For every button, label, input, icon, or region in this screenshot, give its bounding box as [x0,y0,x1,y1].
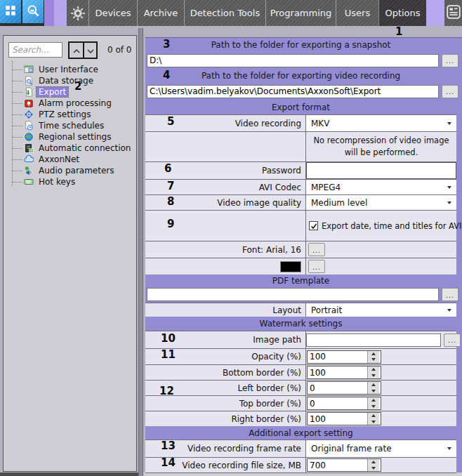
video-path-header: Path to the folder for exporting video r… [145,69,456,83]
magnifier-icon [26,4,40,20]
sidebar-item-automatic-connection[interactable]: Automatic connection [4,143,136,154]
bottom-border-input[interactable] [308,366,367,378]
tree-stub [12,182,22,183]
data-storage-icon [23,76,34,86]
font-select-button[interactable]: ... [308,243,325,256]
empty-label-cell [145,132,306,161]
image-path-browse-button[interactable]: ... [444,333,461,347]
search-prev-button[interactable] [70,43,83,58]
callout-10: 10 [161,332,176,345]
sidebar-item-ptz-settings[interactable]: PTZ settings [4,109,136,120]
tree-stub [12,171,22,171]
search-nav-buttons [68,41,98,59]
search-input[interactable] [8,42,62,58]
video-browse-button[interactable]: ... [442,85,458,98]
sidebar-item-regional-settings[interactable]: Regional settings [4,131,136,143]
font-color-button[interactable]: ... [308,260,325,273]
export-titles-checkbox[interactable] [309,221,318,230]
settings-sidebar: 0 of 0 User Interface Data storage Expor… [3,35,137,472]
tree-stub [12,81,22,81]
tab-options[interactable]: Options [378,0,426,26]
sidebar-item-axxonnet[interactable]: AxxonNet [4,154,136,165]
tree-stub [12,159,22,160]
file-size-stepper [307,458,381,472]
right-border-row: Right border (%) [145,411,456,426]
accent-strip-right [426,0,444,26]
image-path-cell: ... [306,331,456,348]
pdf-browse-button[interactable]: ... [442,288,458,301]
opacity-input[interactable] [308,351,367,363]
chevron-down-icon [447,309,451,312]
opacity-stepper [307,350,381,364]
image-path-input[interactable] [306,333,441,347]
avi-codec-select[interactable]: MPEG4 [306,180,456,194]
callout-1: 1 [395,25,402,38]
video-quality-row: Video image quality Medium level [145,194,456,210]
main-menu-bar: Devices Archive Detection Tools Programm… [67,0,462,26]
pdf-template-input[interactable] [147,288,439,301]
right-border-spin-buttons[interactable] [367,413,379,425]
layout-select[interactable]: Portrait [306,303,456,317]
snapshot-path-input[interactable] [147,54,439,67]
frame-rate-select[interactable]: Original frame rate [306,440,456,457]
tab-devices[interactable]: Devices [88,0,137,26]
video-quality-select[interactable]: Medium level [306,195,456,210]
accent-strip-dark [44,0,54,26]
tab-detection-tools[interactable]: Detection Tools [184,0,265,26]
opacity-spin-buttons[interactable] [367,351,379,363]
report-panel-button[interactable] [444,0,462,26]
top-border-input[interactable] [308,397,367,409]
bottom-border-row: Bottom border (%) [145,364,456,380]
layouts-button[interactable] [0,0,21,23]
frame-rate-value: Original frame rate [311,444,392,454]
file-size-spin-buttons[interactable] [367,459,379,471]
video-recording-select[interactable]: MKV [306,115,456,131]
tree-stub [12,148,22,149]
tab-archive[interactable]: Archive [137,0,184,26]
tree-stub [12,70,22,70]
sidebar-item-user-interface[interactable]: User Interface [4,64,136,75]
password-input[interactable] [306,162,456,179]
search-camera-button[interactable] [22,0,44,23]
grid-layout-icon [4,4,17,20]
video-path-input[interactable] [147,85,439,98]
sidebar-item-time-schedules[interactable]: Time schedules [4,120,136,131]
sidebar-item-label: PTZ settings [37,110,93,119]
bottom-border-cell [306,365,456,380]
tree-stub [12,137,22,138]
hot-keys-icon [23,177,34,187]
sidebar-splitter[interactable] [138,28,143,476]
left-border-stepper [307,381,381,395]
bottom-border-stepper [307,366,381,379]
bottom-border-spin-buttons[interactable] [367,366,379,378]
tree-stub [12,92,22,93]
right-border-input[interactable] [308,413,367,425]
opacity-cell [306,349,456,364]
top-border-spin-buttons[interactable] [367,397,379,409]
font-color-swatch [280,261,301,272]
snapshot-browse-button[interactable]: ... [442,54,458,67]
search-next-button[interactable] [83,43,96,58]
left-border-input[interactable] [308,382,367,394]
right-border-stepper [307,412,381,425]
sidebar-item-alarm-processing[interactable]: Alarm processing [4,98,136,109]
sidebar-item-label: Hot keys [37,177,77,187]
sidebar-item-audio-parameters[interactable]: Audio parameters [4,165,136,176]
tab-programming[interactable]: Programming [265,0,336,26]
sidebar-item-hot-keys[interactable]: Hot keys [4,176,136,187]
sidebar-item-export[interactable]: Export [4,86,136,98]
sidebar-item-data-storage[interactable]: Data storage [4,75,136,86]
callout-4: 4 [163,69,170,81]
sidebar-item-label: Data storage [37,76,95,86]
watermark-header: Watermark settings [145,317,456,331]
avi-codec-value: MPEG4 [311,183,341,192]
font-cell: ... [306,242,456,258]
callout-11: 11 [161,348,176,361]
sidebar-item-label: Time schedules [37,121,106,131]
tab-users[interactable]: Users [336,0,378,26]
right-border-label: Right border (%) [145,411,306,426]
callout-6: 6 [164,162,171,175]
file-size-input[interactable] [308,459,367,471]
chevron-up-icon [73,44,80,57]
left-border-spin-buttons[interactable] [367,382,379,394]
